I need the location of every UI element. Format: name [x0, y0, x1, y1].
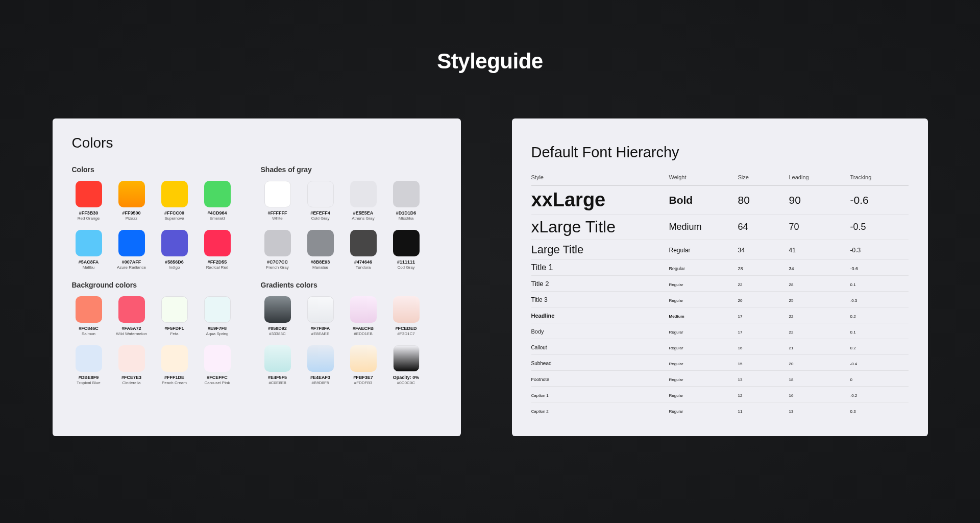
swatch-name: Wild Watermelon	[116, 331, 147, 336]
cell-size: 28	[738, 266, 743, 271]
color-chip	[264, 230, 291, 256]
col-leading: Leading	[789, 174, 850, 180]
color-swatch: #D1D1D6Mischka	[389, 181, 423, 221]
swatch-name: Salmon	[82, 331, 95, 336]
swatch-name: #EDD1EB	[354, 331, 372, 336]
cell-weight: Regular	[669, 362, 683, 366]
swatch-name: Carousel Pink	[205, 381, 230, 385]
color-chip	[204, 296, 231, 323]
swatch-hex: #E5E5EA	[353, 210, 374, 216]
color-chip	[350, 345, 377, 372]
typography-heading: Default Font Hierarchy	[531, 144, 909, 161]
cell-tracking: -0.3	[850, 247, 861, 254]
swatch-hex: #D1D1D6	[396, 210, 416, 216]
color-swatch: #FF9500Pizazz	[115, 181, 149, 221]
cell-tracking: 0.2	[850, 346, 856, 350]
cell-weight: Regular	[669, 346, 683, 350]
color-chip	[204, 181, 231, 207]
swatch-name: #C0E8E8	[268, 381, 286, 385]
cell-style: Headline	[531, 313, 555, 319]
swatch-hex: #E9F7F8	[208, 326, 227, 331]
cell-leading: 13	[789, 409, 794, 414]
swatch-hex: #FAECFB	[353, 326, 374, 331]
color-chip	[76, 296, 102, 323]
swatch-hex: #FA5A72	[121, 326, 141, 331]
color-chip	[350, 230, 377, 256]
col-tracking: Tracking	[850, 174, 909, 180]
typography-table: Style Weight Size Leading Tracking xxLar…	[531, 174, 909, 418]
table-row: Caption 2Regular11130.3	[531, 402, 909, 418]
swatch-name: Aqua Spring	[206, 331, 228, 336]
cell-style: xLarge Title	[531, 218, 616, 236]
table-row: HeadlineMedium17220.2	[531, 307, 909, 323]
color-chip	[307, 181, 334, 207]
swatch-hex: #FF9500	[122, 210, 140, 216]
cell-weight: Regular	[669, 330, 683, 335]
section-label-grad: Gradients colors	[261, 281, 442, 289]
table-row: xLarge TitleMedium6470-0.5	[531, 215, 909, 240]
cell-style: Title 3	[531, 296, 548, 303]
swatch-hex: #4CD964	[207, 210, 227, 216]
cell-leading: 20	[789, 362, 794, 366]
color-chip	[307, 296, 334, 323]
cell-tracking: 0.3	[850, 409, 856, 414]
swatch-name: French Gray	[266, 265, 288, 270]
cell-tracking: 0.1	[850, 330, 856, 335]
swatch-hex: #FFF1DE	[164, 375, 184, 380]
cell-leading: 22	[789, 314, 794, 319]
cell-weight: Regular	[669, 393, 683, 398]
color-chip	[393, 296, 420, 323]
cell-size: 34	[738, 247, 745, 254]
color-chip	[118, 181, 145, 207]
cell-weight: Regular	[669, 282, 683, 287]
swatch-grid-colors: #FF3B30Red Orange#FF9500Pizazz#FFCC00Sup…	[72, 181, 261, 270]
cell-style: xxLarge	[531, 189, 606, 210]
swatch-name: Red Orange	[78, 216, 100, 221]
col-style: Style	[531, 174, 669, 180]
swatch-name: Cod Gray	[397, 265, 414, 270]
cell-tracking: -0.2	[850, 393, 857, 398]
page-title: Styleguide	[0, 49, 980, 74]
swatch-hex: #5856D6	[165, 259, 184, 265]
cell-tracking: 0.1	[850, 282, 856, 287]
color-swatch: Opacity: 0%#0C0C0C	[389, 345, 423, 385]
cell-style: Body	[531, 328, 544, 335]
color-swatch: #FC846CSalmon	[72, 296, 106, 336]
swatch-name: Cold Gray	[311, 216, 329, 221]
color-chip	[161, 181, 188, 207]
color-chip	[393, 181, 420, 207]
swatch-name: #FDDFB3	[354, 381, 373, 385]
cell-leading: 70	[789, 222, 799, 232]
color-swatch: #E4EAF3#B9D8F5	[304, 345, 337, 385]
cell-style: Callout	[531, 345, 547, 350]
cell-tracking: 0.2	[850, 314, 856, 319]
cell-weight: Bold	[669, 194, 693, 206]
table-row: CalloutRegular16210.2	[531, 339, 909, 355]
color-chip	[307, 345, 334, 372]
color-chip	[393, 345, 420, 372]
color-swatch: #FF3B30Red Orange	[72, 181, 106, 221]
color-swatch: #E4F5F5#C0E8E8	[261, 345, 295, 385]
swatch-name: Athens Gray	[352, 216, 374, 221]
cell-weight: Regular	[669, 266, 685, 271]
col-size: Size	[738, 174, 789, 180]
section-label-colors: Colors	[72, 165, 261, 174]
cell-style: Subhead	[531, 361, 552, 366]
cell-size: 17	[738, 330, 743, 335]
color-swatch: #FAECFB#EDD1EB	[347, 296, 380, 336]
swatch-name: Peach Cream	[162, 381, 187, 385]
swatch-name: Tundora	[356, 265, 371, 270]
cell-size: 12	[738, 393, 743, 398]
cell-size: 13	[738, 377, 743, 382]
color-chip	[307, 230, 334, 256]
section-label-grays: Shades of gray	[261, 165, 442, 174]
swatch-name: Cinderella	[122, 381, 140, 385]
color-chip	[76, 230, 102, 256]
color-swatch: #FF2D55Radical Red	[201, 230, 234, 270]
cell-tracking: -0.6	[850, 194, 869, 206]
color-chip	[393, 230, 420, 256]
color-chip	[350, 296, 377, 323]
swatch-name: #0C0C0C	[397, 381, 415, 385]
cell-size: 17	[738, 314, 743, 319]
swatch-hex: #FFFFFF	[268, 210, 287, 216]
